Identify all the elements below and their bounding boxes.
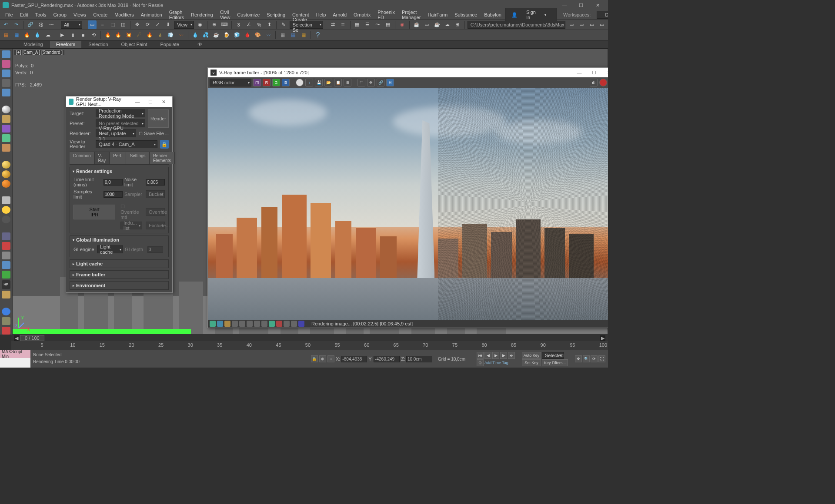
prev-frame-button[interactable]: ◀ [484, 352, 491, 359]
path-nav3-button[interactable]: ▭ [588, 20, 596, 29]
goto-end-button[interactable]: ⏭ [508, 352, 515, 359]
select-name-button[interactable]: ≡ [98, 20, 107, 29]
keyboard-button[interactable]: ⌨ [220, 20, 229, 29]
undo-button[interactable]: ↶ [2, 20, 10, 29]
viewto-dropdown[interactable]: Quad 4 - Cam_A [96, 140, 157, 148]
play-button[interactable]: ▶ [492, 352, 499, 359]
rail-2-icon[interactable] [2, 60, 10, 68]
vfb-titlebar[interactable]: V V-Ray frame buffer - [100% of 1280 x 7… [208, 68, 608, 77]
curve-editor-button[interactable]: 〜 [374, 20, 382, 29]
rail-dark-icon[interactable] [2, 216, 10, 223]
rail-teapot-icon[interactable] [2, 50, 10, 58]
vfb-canvas[interactable] [208, 88, 608, 320]
fx3-icon[interactable]: 💥 [124, 31, 133, 40]
vfb-sb5-icon[interactable] [239, 321, 245, 327]
render-button[interactable]: ☕ [433, 20, 441, 29]
rail-box-icon[interactable] [2, 317, 10, 325]
vfb-sb1-icon[interactable] [210, 321, 216, 327]
menu-create[interactable]: Create [90, 11, 111, 18]
align-button[interactable]: ≣ [339, 20, 347, 29]
menu-arnold[interactable]: Arnold [329, 11, 350, 18]
plugin-btn-1[interactable]: ▦ [2, 31, 10, 40]
rollout-header-gi[interactable]: Global illumination [70, 236, 168, 244]
next-frame-button[interactable]: ▶ [500, 352, 507, 359]
rail-grid-icon[interactable] [2, 232, 10, 240]
x-input[interactable] [341, 356, 367, 362]
rs-minimize-button[interactable]: — [131, 99, 144, 105]
vfb-sb9-icon[interactable] [269, 321, 275, 327]
ribbon-tab-selection[interactable]: Selection [82, 41, 114, 48]
rs-close-button[interactable]: ✕ [157, 99, 170, 105]
project-path[interactable]: C:\Users\peter.matanov\Documents\3dsMax [468, 21, 565, 29]
menu-ornatrix[interactable]: Ornatrix [350, 11, 374, 18]
spinner-snap-button[interactable]: ⬍ [265, 20, 274, 29]
vfb-sb6-icon[interactable] [247, 321, 253, 327]
vfb-minimize-button[interactable]: — [572, 70, 586, 76]
vfb-copy-icon[interactable]: 📋 [334, 79, 342, 86]
move-button[interactable]: ✥ [133, 20, 142, 29]
render-setup-titlebar[interactable]: Render Setup: V-Ray GPU Next... — ☐ ✕ [66, 96, 172, 107]
render-button-main[interactable]: Render [148, 109, 169, 128]
viewport-label[interactable]: [+] [Cam_A ] [Standard ] [14, 50, 64, 55]
target-dropdown[interactable]: Production Rendering Mode [96, 109, 145, 117]
ribbon-tab-objectpaint[interactable]: Object Paint [115, 41, 154, 48]
start-ipr-button[interactable]: Start IPR [73, 205, 115, 219]
vfb-sb7-icon[interactable] [254, 321, 260, 327]
noise-input[interactable] [146, 179, 165, 186]
rail-yellow-icon[interactable] [2, 161, 10, 169]
rotate-button[interactable]: ⟳ [143, 20, 152, 29]
snap3d-button[interactable]: 3 [234, 20, 243, 29]
menu-projectmanager[interactable]: Project Manager [398, 9, 424, 21]
link-button[interactable]: 🔗 [26, 20, 35, 29]
material-editor-button[interactable]: ◉ [398, 20, 407, 29]
stop-icon[interactable]: ■ [79, 31, 87, 40]
gi-engine-dropdown[interactable]: Light cache [97, 245, 123, 253]
ribbon-tab-modeling[interactable]: Modeling [17, 41, 49, 48]
fx4-icon[interactable]: ☄ [135, 31, 144, 40]
path-nav1-button[interactable]: ▭ [567, 20, 576, 29]
reset-icon[interactable]: ⟲ [89, 31, 98, 40]
rs-tab-perf[interactable]: Perf. [110, 152, 126, 164]
viewport[interactable]: [+] [Cam_A ] [Standard ] Polys: 0 Verts:… [12, 49, 608, 335]
vfb-stop-icon[interactable] [599, 79, 607, 86]
vfb-r-button[interactable]: R [263, 79, 271, 86]
workspaces-dropdown[interactable]: Default [597, 11, 608, 19]
rail-blue-icon[interactable] [2, 308, 10, 315]
vfb-sb2-icon[interactable] [217, 321, 223, 327]
rail-cam-icon[interactable] [2, 125, 10, 133]
liq7-icon[interactable]: 🎨 [254, 31, 262, 40]
rail-3-icon[interactable] [2, 70, 10, 77]
rail-gold-icon[interactable] [2, 170, 10, 178]
menu-substance[interactable]: Substance [451, 11, 481, 18]
schematic-button[interactable]: ▤ [384, 20, 393, 29]
menu-rendering[interactable]: Rendering [187, 11, 217, 18]
vfb-b-button[interactable]: B [282, 79, 290, 86]
play-icon[interactable]: ▶ [58, 31, 67, 40]
liq8-icon[interactable]: 〰 [264, 31, 273, 40]
menu-phoenixfd[interactable]: Phoenix FD [374, 9, 398, 21]
vfb-mono-icon[interactable] [296, 79, 304, 86]
vfb-history-icon[interactable]: H [386, 79, 394, 86]
vfb-close-button[interactable]: ✕ [602, 70, 608, 76]
rail-hf-icon[interactable]: HF [2, 280, 10, 289]
rail-leaf-icon[interactable] [2, 271, 10, 279]
fx2-icon[interactable]: 🔥 [114, 31, 123, 40]
water-icon[interactable]: 💧 [33, 31, 42, 40]
nav-pan-button[interactable]: ✥ [575, 355, 582, 362]
placement-button[interactable]: ⬇ [164, 20, 173, 29]
menu-views[interactable]: Views [70, 11, 90, 18]
scale-button[interactable]: ⤢ [154, 20, 162, 29]
vfb-save-icon[interactable]: 💾 [315, 79, 323, 86]
key-target-dropdown[interactable]: Selected [542, 352, 564, 359]
edit-selset-button[interactable]: ✎ [279, 20, 288, 29]
rendered-frame-button[interactable]: ▭ [422, 20, 431, 29]
menu-edit[interactable]: Edit [17, 11, 32, 18]
unlink-button[interactable]: ⛓ [37, 20, 45, 29]
nav-zoom-button[interactable]: 🔍 [583, 355, 590, 362]
liq5-icon[interactable]: 🧊 [233, 31, 241, 40]
rail-4-icon[interactable] [2, 79, 10, 87]
bind-button[interactable]: 〰 [47, 20, 55, 29]
time-slider[interactable]: 0 / 100 [20, 335, 44, 341]
menu-scripting[interactable]: Scripting [263, 11, 289, 18]
vfb-sb3-icon[interactable] [224, 321, 230, 327]
